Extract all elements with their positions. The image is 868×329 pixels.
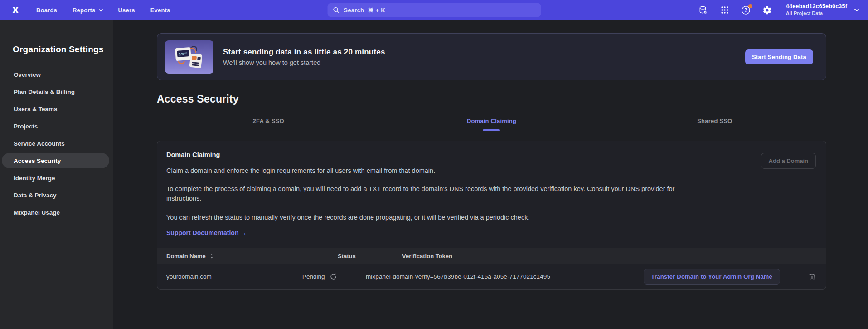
sidebar-item-label: Users & Teams bbox=[14, 106, 58, 113]
mixpanel-logo[interactable]: X bbox=[9, 4, 22, 16]
column-header-domain-name[interactable]: Domain Name bbox=[157, 253, 302, 260]
sidebar-item-label: Service Accounts bbox=[14, 140, 65, 147]
tab-label: Shared SSO bbox=[697, 118, 732, 124]
tab-2fa-sso[interactable]: 2FA & SSO bbox=[157, 118, 380, 131]
sidebar-item-label: Identity Merge bbox=[14, 175, 55, 182]
sidebar-item-overview[interactable]: Overview bbox=[2, 67, 109, 82]
sidebar-title: Organization Settings bbox=[13, 44, 113, 54]
column-header-verification-token: Verification Token bbox=[366, 253, 826, 260]
sidebar-item-service-accounts[interactable]: Service Accounts bbox=[2, 136, 109, 151]
global-search[interactable] bbox=[327, 3, 541, 17]
cell-status: Pending bbox=[302, 273, 337, 280]
sidebar-item-mixpanel-usage[interactable]: Mixpanel Usage bbox=[2, 205, 109, 220]
tab-label: 2FA & SSO bbox=[253, 118, 284, 124]
description-paragraph: To complete the process of claiming a do… bbox=[166, 184, 701, 203]
sidebar-item-label: Data & Privacy bbox=[14, 192, 57, 199]
domain-claiming-card: Domain Claiming Add a Domain Claim a dom… bbox=[157, 141, 826, 290]
navbar-right-cluster: ? 44eebad12c65eb0c35f All Project Data bbox=[698, 3, 859, 17]
access-security-tabs: 2FA & SSO Domain Claiming Shared SSO bbox=[157, 118, 826, 131]
gear-glyph bbox=[762, 5, 772, 15]
primary-nav: Boards Reports Users Events bbox=[36, 7, 170, 14]
gear-icon[interactable] bbox=[762, 5, 773, 15]
sidebar-item-label: Projects bbox=[14, 123, 38, 130]
apps-grid-glyph bbox=[720, 5, 729, 15]
cell-actions: Transfer Domain to Your Admin Org Name bbox=[644, 269, 826, 285]
help-icon[interactable]: ? bbox=[741, 5, 752, 15]
project-scope: All Project Data bbox=[786, 10, 847, 17]
nav-reports[interactable]: Reports bbox=[73, 7, 103, 14]
mixpanel-logo-icon: X bbox=[10, 5, 21, 15]
apps-grid-icon[interactable] bbox=[719, 5, 730, 15]
domain-claiming-card-body: Domain Claiming Add a Domain Claim a dom… bbox=[157, 141, 826, 237]
description-paragraph: Claim a domain and enforce the login req… bbox=[166, 166, 817, 176]
sidebar-item-access-security[interactable]: Access Security bbox=[2, 153, 109, 168]
add-domain-button[interactable]: Add a Domain bbox=[761, 153, 816, 169]
transfer-domain-button[interactable]: Transfer Domain to Your Admin Org Name bbox=[644, 269, 780, 285]
account-text: 44eebad12c65eb0c35f All Project Data bbox=[786, 3, 847, 17]
nav-reports-label: Reports bbox=[73, 7, 96, 14]
database-gear-glyph bbox=[698, 5, 708, 15]
nav-boards[interactable]: Boards bbox=[36, 7, 57, 14]
refresh-status-icon[interactable] bbox=[330, 273, 337, 280]
sidebar-item-plan-details-billing[interactable]: Plan Details & Billing bbox=[2, 84, 109, 99]
nav-events[interactable]: Events bbox=[150, 7, 170, 14]
card-title: Domain Claiming bbox=[166, 151, 817, 158]
svg-text:?: ? bbox=[745, 7, 747, 13]
column-header-label: Domain Name bbox=[166, 253, 206, 260]
sidebar-item-data-privacy[interactable]: Data & Privacy bbox=[2, 187, 109, 203]
org-id: 44eebad12c65eb0c35f bbox=[786, 3, 847, 10]
table-row: yourdomain.com Pending mixpanel-domain-v… bbox=[157, 264, 826, 289]
main-content: Start sending data in as little as 20 mi… bbox=[113, 20, 868, 329]
banner-text: Start sending data in as little as 20 mi… bbox=[223, 48, 385, 66]
start-sending-data-button[interactable]: Start Sending Data bbox=[745, 49, 813, 64]
sidebar-item-label: Overview bbox=[14, 71, 41, 78]
banner-title: Start sending data in as little as 20 mi… bbox=[223, 48, 385, 57]
banner-illustration bbox=[165, 40, 213, 74]
notification-badge bbox=[748, 4, 752, 8]
sidebar-item-label: Mixpanel Usage bbox=[14, 209, 60, 216]
column-header-label: Verification Token bbox=[402, 253, 452, 260]
cell-verification-token: mixpanel-domain-verify=567b39be-012f-415… bbox=[366, 273, 550, 280]
top-navbar: X Boards Reports Users Events bbox=[0, 0, 868, 20]
settings-sidebar: Organization Settings Overview Plan Deta… bbox=[0, 20, 113, 329]
description-paragraph: You can refresh the status to manually v… bbox=[166, 213, 817, 222]
status-text: Pending bbox=[302, 273, 325, 280]
svg-text:X: X bbox=[12, 5, 19, 15]
devices-illustration bbox=[171, 44, 208, 69]
search-icon bbox=[333, 7, 339, 14]
account-switcher[interactable]: 44eebad12c65eb0c35f All Project Data bbox=[786, 3, 859, 17]
column-header-label: Status bbox=[338, 253, 356, 260]
sidebar-item-label: Access Security bbox=[14, 157, 61, 164]
sidebar-item-label: Plan Details & Billing bbox=[14, 88, 75, 95]
onboarding-banner: Start sending data in as little as 20 mi… bbox=[157, 33, 826, 80]
nav-users[interactable]: Users bbox=[118, 7, 135, 14]
nav-boards-label: Boards bbox=[36, 7, 57, 14]
chevron-down-icon bbox=[854, 9, 859, 12]
column-header-status: Status bbox=[302, 253, 366, 260]
table-header-row: Domain Name Status Verification Token bbox=[157, 248, 826, 264]
page-title: Access Security bbox=[157, 93, 826, 105]
banner-subtitle: We'll show you how to get started bbox=[223, 59, 385, 66]
tab-domain-claiming[interactable]: Domain Claiming bbox=[380, 118, 603, 131]
delete-domain-icon[interactable] bbox=[808, 273, 816, 281]
search-input[interactable] bbox=[344, 7, 535, 14]
tab-label: Domain Claiming bbox=[467, 118, 516, 124]
sidebar-item-identity-merge[interactable]: Identity Merge bbox=[2, 170, 109, 186]
sort-icon bbox=[210, 254, 213, 259]
domains-table: Domain Name Status Verification Token yo… bbox=[157, 248, 826, 289]
tab-shared-sso[interactable]: Shared SSO bbox=[603, 118, 826, 131]
chevron-down-icon bbox=[99, 9, 103, 12]
nav-events-label: Events bbox=[150, 7, 170, 14]
data-settings-icon[interactable] bbox=[698, 5, 709, 15]
support-documentation-link[interactable]: Support Documentation → bbox=[166, 229, 247, 236]
sidebar-item-projects[interactable]: Projects bbox=[2, 118, 109, 134]
sidebar-item-users-teams[interactable]: Users & Teams bbox=[2, 101, 109, 117]
cell-domain-name: yourdomain.com bbox=[157, 273, 302, 280]
nav-users-label: Users bbox=[118, 7, 135, 14]
